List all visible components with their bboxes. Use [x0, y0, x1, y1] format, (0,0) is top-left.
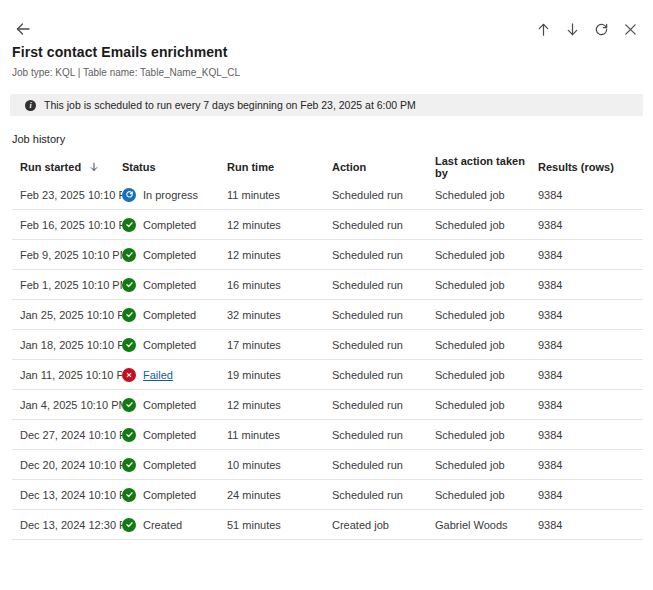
- arrow-down-icon: [565, 22, 580, 37]
- back-arrow-icon: [15, 21, 31, 37]
- toolbar: [0, 0, 653, 38]
- page-title: First contact Emails enrichment: [12, 44, 641, 60]
- cell-run-time: 24 minutes: [227, 489, 332, 501]
- status-label: Created: [143, 519, 182, 531]
- cell-run-started: Dec 13, 2024 10:10 PM: [20, 489, 122, 501]
- table-row[interactable]: Dec 13, 2024 12:30 PM Created 51 minutes…: [12, 510, 643, 540]
- status-label: Completed: [143, 279, 196, 291]
- status-label: Completed: [143, 399, 196, 411]
- move-up-button[interactable]: [534, 20, 552, 38]
- column-header-action[interactable]: Action: [332, 161, 435, 173]
- close-button[interactable]: [621, 20, 639, 38]
- completed-status-icon: [122, 248, 136, 262]
- cell-results-rows: 9384: [538, 309, 643, 321]
- cell-results-rows: 9384: [538, 339, 643, 351]
- cell-action: Scheduled run: [332, 279, 435, 291]
- cell-status: Completed: [122, 458, 227, 472]
- cell-results-rows: 9384: [538, 189, 643, 201]
- completed-status-icon: [122, 278, 136, 292]
- cell-action: Scheduled run: [332, 369, 435, 381]
- job-history-label: Job history: [0, 133, 653, 145]
- failed-status-icon: [122, 368, 136, 382]
- cell-action: Scheduled run: [332, 189, 435, 201]
- cell-action: Scheduled run: [332, 249, 435, 261]
- cell-run-started: Feb 9, 2025 10:10 PM: [20, 249, 122, 261]
- cell-last-action-taken-by: Scheduled job: [435, 429, 538, 441]
- cell-run-started: Jan 18, 2025 10:10 PM: [20, 339, 122, 351]
- move-down-button[interactable]: [563, 20, 581, 38]
- cell-status: Completed: [122, 308, 227, 322]
- cell-last-action-taken-by: Scheduled job: [435, 489, 538, 501]
- cell-status: Completed: [122, 428, 227, 442]
- cell-run-started: Jan 4, 2025 10:10 PM: [20, 399, 122, 411]
- cell-last-action-taken-by: Scheduled job: [435, 189, 538, 201]
- column-header-run-time[interactable]: Run time: [227, 161, 332, 173]
- cell-results-rows: 9384: [538, 399, 643, 411]
- table-row[interactable]: Feb 23, 2025 10:10 PM In progress 11 min…: [12, 180, 643, 210]
- cell-run-started: Jan 25, 2025 10:10 PM: [20, 309, 122, 321]
- cell-run-started: Dec 27, 2024 10:10 PM: [20, 429, 122, 441]
- cell-run-time: 32 minutes: [227, 309, 332, 321]
- cell-run-started: Feb 1, 2025 10:10 PM: [20, 279, 122, 291]
- cell-last-action-taken-by: Gabriel Woods: [435, 519, 538, 531]
- failed-status-link[interactable]: Failed: [143, 369, 173, 381]
- completed-status-icon: [122, 398, 136, 412]
- cell-last-action-taken-by: Scheduled job: [435, 369, 538, 381]
- cell-status: Completed: [122, 338, 227, 352]
- table-header-row: Run started Status Run time Action Last …: [12, 154, 643, 180]
- cell-action: Scheduled run: [332, 309, 435, 321]
- cell-run-started: Dec 13, 2024 12:30 PM: [20, 519, 122, 531]
- cell-run-time: 16 minutes: [227, 279, 332, 291]
- table-row[interactable]: Dec 20, 2024 10:10 PM Completed 10 minut…: [12, 450, 643, 480]
- column-header-run-started[interactable]: Run started: [20, 161, 122, 173]
- completed-status-icon: [122, 308, 136, 322]
- cell-results-rows: 9384: [538, 279, 643, 291]
- cell-run-time: 10 minutes: [227, 459, 332, 471]
- cell-status: Completed: [122, 278, 227, 292]
- back-button[interactable]: [14, 20, 32, 38]
- in-progress-status-icon: [122, 188, 136, 202]
- cell-status: Completed: [122, 398, 227, 412]
- cell-action: Scheduled run: [332, 429, 435, 441]
- table-row[interactable]: Dec 13, 2024 10:10 PM Completed 24 minut…: [12, 480, 643, 510]
- info-icon: i: [25, 100, 36, 111]
- cell-run-time: 11 minutes: [227, 189, 332, 201]
- table-row[interactable]: Dec 27, 2024 10:10 PM Completed 11 minut…: [12, 420, 643, 450]
- cell-run-time: 12 minutes: [227, 399, 332, 411]
- table-row[interactable]: Feb 16, 2025 10:10 PM Completed 12 minut…: [12, 210, 643, 240]
- completed-status-icon: [122, 458, 136, 472]
- status-label: Completed: [143, 309, 196, 321]
- column-header-results-rows[interactable]: Results (rows): [538, 161, 643, 173]
- cell-results-rows: 9384: [538, 519, 643, 531]
- completed-status-icon: [122, 338, 136, 352]
- cell-action: Scheduled run: [332, 219, 435, 231]
- close-icon: [623, 22, 638, 37]
- status-label: Completed: [143, 339, 196, 351]
- cell-last-action-taken-by: Scheduled job: [435, 309, 538, 321]
- cell-run-time: 19 minutes: [227, 369, 332, 381]
- page-subtitle: Job type: KQL | Table name: Table_Name_K…: [12, 67, 641, 78]
- column-header-last-action-taken-by[interactable]: Last action taken by: [435, 155, 538, 179]
- table-row[interactable]: Jan 25, 2025 10:10 PM Completed 32 minut…: [12, 300, 643, 330]
- cell-run-time: 12 minutes: [227, 249, 332, 261]
- column-header-status[interactable]: Status: [122, 161, 227, 173]
- cell-last-action-taken-by: Scheduled job: [435, 219, 538, 231]
- cell-status: Created: [122, 518, 227, 532]
- table-row[interactable]: Jan 18, 2025 10:10 PM Completed 17 minut…: [12, 330, 643, 360]
- table-row[interactable]: Feb 9, 2025 10:10 PM Completed 12 minute…: [12, 240, 643, 270]
- cell-last-action-taken-by: Scheduled job: [435, 279, 538, 291]
- cell-results-rows: 9384: [538, 369, 643, 381]
- completed-status-icon: [122, 428, 136, 442]
- cell-run-time: 51 minutes: [227, 519, 332, 531]
- title-block: First contact Emails enrichment Job type…: [0, 38, 653, 78]
- table-row[interactable]: Feb 1, 2025 10:10 PM Completed 16 minute…: [12, 270, 643, 300]
- cell-run-started: Feb 16, 2025 10:10 PM: [20, 219, 122, 231]
- status-label: Failed: [143, 369, 173, 381]
- status-label: In progress: [143, 189, 198, 201]
- column-header-label: Run started: [20, 161, 81, 173]
- cell-last-action-taken-by: Scheduled job: [435, 459, 538, 471]
- refresh-button[interactable]: [592, 20, 610, 38]
- table-row[interactable]: Jan 4, 2025 10:10 PM Completed 12 minute…: [12, 390, 643, 420]
- cell-status: Completed: [122, 248, 227, 262]
- table-row[interactable]: Jan 11, 2025 10:10 PM Failed 19 minutes …: [12, 360, 643, 390]
